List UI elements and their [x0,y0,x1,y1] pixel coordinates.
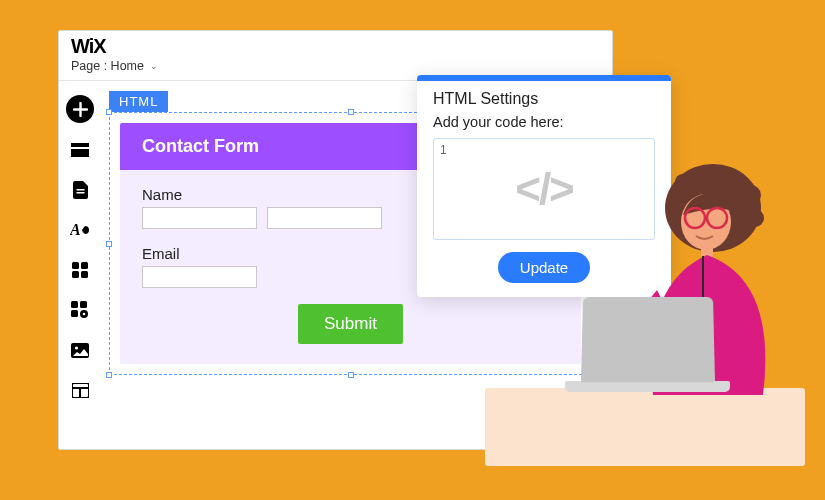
submit-button[interactable]: Submit [298,304,403,344]
line-number: 1 [440,143,447,157]
editor-header: WiX Page : Home ⌄ [59,31,612,81]
svg-rect-9 [71,301,78,308]
svg-rect-7 [72,271,79,278]
update-button[interactable]: Update [498,252,590,283]
svg-rect-3 [76,192,84,194]
resize-handle[interactable] [348,109,354,115]
app-settings-icon[interactable] [67,297,93,323]
code-placeholder-icon: </> [515,164,573,214]
resize-handle[interactable] [106,241,112,247]
wix-logo: WiX [71,35,600,58]
svg-point-23 [746,209,764,227]
svg-point-21 [675,174,691,190]
add-icon[interactable] [66,95,94,123]
svg-rect-2 [76,189,84,191]
svg-point-13 [83,313,86,316]
svg-point-15 [75,346,78,349]
svg-rect-11 [71,310,78,317]
popup-subtitle: Add your code here: [417,110,671,138]
svg-point-22 [741,185,761,205]
first-name-input[interactable] [142,207,257,229]
last-name-input[interactable] [267,207,382,229]
resize-handle[interactable] [106,372,112,378]
svg-rect-6 [81,262,88,269]
svg-point-20 [666,193,684,211]
layout-icon[interactable] [67,377,93,403]
svg-rect-5 [72,262,79,269]
resize-handle[interactable] [348,372,354,378]
svg-rect-0 [71,143,89,147]
popup-title: HTML Settings [417,81,671,110]
editor-sidebar: A [59,81,101,449]
media-icon[interactable] [67,337,93,363]
text-style-icon[interactable]: A [67,217,93,243]
section-icon[interactable] [67,137,93,163]
svg-rect-8 [81,271,88,278]
laptop-illustration [582,296,730,392]
page-label: Page : Home [71,59,144,73]
chevron-down-icon: ⌄ [150,61,158,71]
svg-text:A: A [70,221,81,238]
apps-icon[interactable] [67,257,93,283]
svg-rect-10 [80,301,87,308]
element-tag-label: HTML [109,91,168,112]
page-icon[interactable] [67,177,93,203]
page-selector[interactable]: Page : Home ⌄ [71,59,600,73]
svg-rect-1 [71,149,89,157]
resize-handle[interactable] [106,109,112,115]
email-input[interactable] [142,266,257,288]
